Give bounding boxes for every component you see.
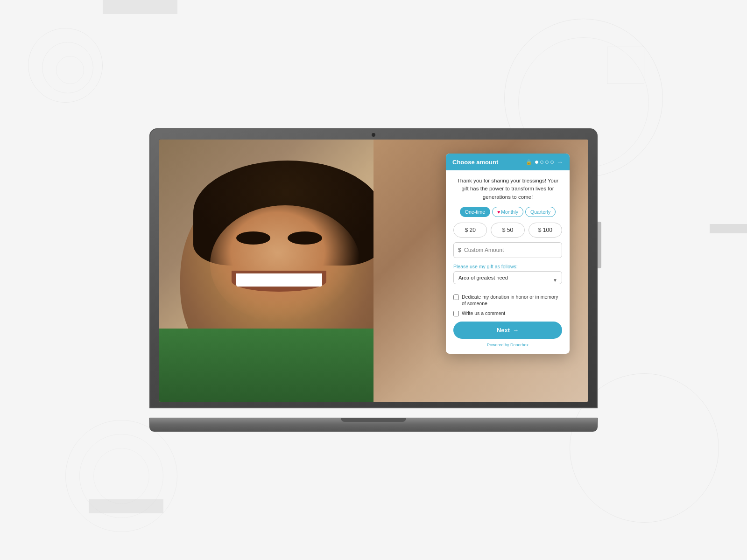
heart-icon: ♥ [497,209,500,215]
gift-label: Please use my gift as follows: [453,264,562,269]
modal-body: Thank you for sharing your blessings! Yo… [446,170,570,354]
tab-one-time[interactable]: One-time [460,207,490,217]
modal-title: Choose amount [452,159,498,166]
laptop-side-bar [598,222,601,268]
tab-monthly[interactable]: ♥Monthly [492,207,523,217]
progress-dot-3 [545,161,549,164]
progress-dots [535,161,554,164]
custom-amount-wrapper: $ [453,242,562,258]
progress-dot-2 [540,161,543,164]
amount-20[interactable]: $ 20 [453,223,487,238]
next-button-label: Next [497,327,510,334]
checkbox-honor-row: Dedicate my donation in honor or in memo… [453,294,562,307]
laptop-screen: Choose amount 🔒 → [159,140,588,402]
tab-quarterly[interactable]: Quarterly [525,207,556,217]
frequency-tabs: One-time ♥Monthly Quarterly [453,207,562,217]
gift-dropdown[interactable]: Area of greatest need Education Health E… [453,271,562,284]
comment-label: Write us a comment [462,310,505,317]
laptop-base [149,418,598,432]
donation-modal: Choose amount 🔒 → [446,154,570,354]
amount-50[interactable]: $ 50 [491,223,524,238]
progress-dot-4 [550,161,554,164]
dollar-sign: $ [458,247,461,253]
honor-checkbox[interactable] [453,294,459,300]
laptop-screen-bezel: Choose amount 🔒 → [159,140,588,402]
modal-tagline: Thank you for sharing your blessings! Yo… [453,177,562,201]
modal-header: Choose amount 🔒 → [446,154,570,170]
modal-header-right: 🔒 → [526,158,563,166]
laptop-body: Choose amount 🔒 → [149,128,598,408]
lock-icon: 🔒 [526,159,532,165]
next-arrow-icon: → [513,327,519,334]
comment-checkbox[interactable] [453,311,459,316]
next-button[interactable]: Next → [453,322,562,339]
laptop-base-notch [341,418,406,422]
amount-100[interactable]: $ 100 [529,223,562,238]
laptop-camera [372,133,375,137]
amount-buttons: $ 20 $ 50 $ 100 [453,223,562,238]
header-forward-arrow[interactable]: → [557,158,563,166]
honor-label: Dedicate my donation in honor or in memo… [462,294,562,307]
custom-amount-input[interactable] [453,242,562,258]
checkbox-comment-row: Write us a comment [453,310,562,317]
powered-by-link[interactable]: Powered by Donorbox [453,343,562,347]
progress-dot-1 [535,161,538,164]
gift-dropdown-wrapper: Area of greatest need Education Health E… [453,271,562,289]
